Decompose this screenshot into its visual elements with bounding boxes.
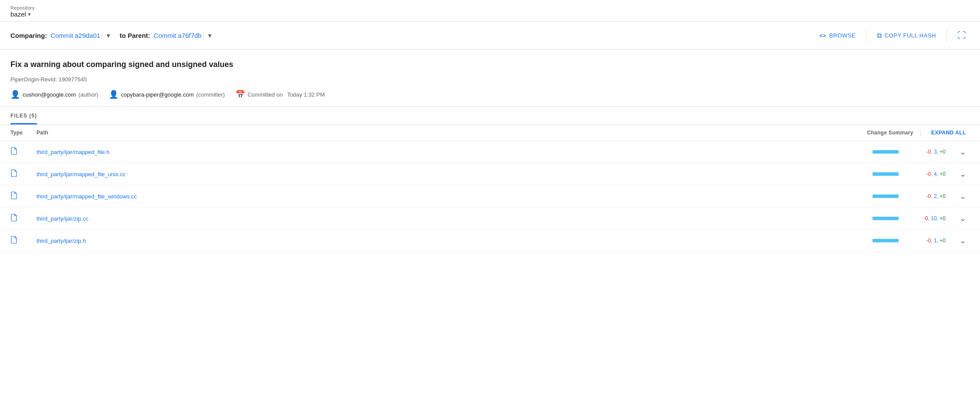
stat-middle: 10, [931, 215, 938, 221]
repo-dropdown-icon[interactable]: ▾ [28, 11, 31, 17]
pipe-divider-2: | [202, 31, 205, 40]
file-rows-container: third_party/ijar/mapped_file.h -0, 3, +0… [0, 141, 980, 252]
commit-authors: 👤 cushon@google.com (author) 👤 copybara-… [10, 90, 970, 99]
committed-date: Today 1:32 PM [287, 91, 325, 98]
committed-label: Committed on [248, 91, 283, 98]
author-item: 👤 cushon@google.com (author) [10, 90, 98, 99]
comparing-label: Comparing: [10, 32, 47, 39]
committer-person-icon: 👤 [109, 90, 118, 99]
author-email: cushon@google.com [23, 91, 76, 98]
commit-to-dropdown[interactable]: ▾ [205, 30, 214, 41]
file-change-summary: -0, 10, +0 ⌄ [873, 212, 970, 225]
table-row: third_party/ijar/zip.h -0, 1, +0 ⌄ [0, 230, 980, 252]
table-row: third_party/ijar/mapped_file_unix.cc -0,… [0, 163, 980, 185]
calendar-icon: 📅 [235, 90, 245, 99]
commit-from-dropdown[interactable]: ▾ [104, 30, 113, 41]
stat-middle: 1, [934, 238, 938, 244]
commit-piper-origin: PiperOrigin-RevId: 190977545 [10, 76, 970, 83]
expand-all-button[interactable]: EXPAND ALL [928, 130, 970, 136]
change-stats: -0, 4, +0 [902, 171, 946, 177]
change-summary-label: Change Summary [867, 130, 913, 136]
col-path-header: Path [37, 130, 867, 136]
row-expand-button[interactable]: ⌄ [956, 234, 970, 247]
change-bar [873, 150, 899, 154]
comparing-bar: Comparing: Commit a29da01 | ▾ to Parent:… [0, 22, 980, 50]
files-section: FILES (5) Type Path Change Summary EXPAN… [0, 107, 980, 252]
commit-info-section: Fix a warning about comparing signed and… [0, 50, 980, 107]
copy-hash-label: COPY FULL HASH [885, 32, 936, 39]
file-type-icon [10, 191, 37, 201]
to-parent-label: to Parent: [120, 32, 150, 39]
stat-minus: -0, [923, 215, 930, 221]
file-type-icon [10, 147, 37, 157]
toolbar-divider-2 [946, 30, 947, 42]
file-type-icon [10, 236, 37, 245]
commit-to-link[interactable]: Commit a76f7db [154, 32, 201, 39]
stat-minus: -0, [926, 238, 933, 244]
col-change-summary-header: Change Summary EXPAND ALL [867, 129, 970, 136]
chevron-down-icon: ⌄ [960, 236, 966, 245]
stat-plus: +0 [940, 238, 946, 244]
col-type-header: Type [10, 130, 37, 136]
stat-middle: 3, [934, 149, 938, 155]
commit-title: Fix a warning about comparing signed and… [10, 60, 970, 69]
repository-bar: Repository bazel ▾ [0, 0, 980, 22]
committer-item: 👤 copybara-piper@google.com (committer) [109, 90, 225, 99]
stat-middle: 4, [934, 171, 938, 177]
table-row: third_party/ijar/zip.cc -0, 10, +0 ⌄ [0, 208, 980, 230]
stat-minus: -0, [926, 149, 933, 155]
row-expand-button[interactable]: ⌄ [956, 168, 970, 181]
stat-plus: +0 [940, 149, 946, 155]
change-bar [873, 172, 899, 176]
files-tabs: FILES (5) [0, 107, 980, 125]
row-expand-button[interactable]: ⌄ [956, 212, 970, 225]
change-bar [873, 194, 899, 198]
stat-plus: +0 [940, 171, 946, 177]
toolbar-right: <> BROWSE ⧉ COPY FULL HASH ⛶ [816, 29, 970, 42]
browse-button[interactable]: <> BROWSE [816, 30, 859, 41]
file-type-icon [10, 169, 37, 179]
row-expand-button[interactable]: ⌄ [956, 145, 970, 158]
change-stats: -0, 3, +0 [902, 149, 946, 155]
change-stats: -0, 10, +0 [902, 215, 946, 221]
file-path-link[interactable]: third_party/ijar/zip.cc [37, 215, 873, 222]
file-path-link[interactable]: third_party/ijar/mapped_file_unix.cc [37, 171, 873, 178]
change-bar [873, 217, 899, 220]
pipe-divider-1: | [101, 31, 103, 40]
files-table-header: Type Path Change Summary EXPAND ALL [0, 125, 980, 141]
copy-hash-button[interactable]: ⧉ COPY FULL HASH [873, 29, 940, 42]
toolbar-divider [866, 30, 866, 42]
file-path-link[interactable]: third_party/ijar/mapped_file_windows.cc [37, 193, 873, 200]
table-row: third_party/ijar/mapped_file.h -0, 3, +0… [0, 141, 980, 163]
change-bar [873, 239, 899, 242]
committer-role: (committer) [196, 91, 225, 98]
file-type-icon [10, 214, 37, 223]
file-path-link[interactable]: third_party/ijar/mapped_file.h [37, 149, 873, 155]
table-row: third_party/ijar/mapped_file_windows.cc … [0, 185, 980, 208]
repo-label: Repository [10, 5, 970, 10]
header-col-divider [920, 129, 921, 136]
stat-middle: 2, [934, 193, 938, 199]
stat-plus: +0 [940, 193, 946, 199]
commit-from-link[interactable]: Commit a29da01 [50, 32, 100, 39]
committed-date-item: 📅 Committed on Today 1:32 PM [235, 90, 325, 99]
author-role: (author) [78, 91, 98, 98]
copy-icon: ⧉ [877, 32, 882, 40]
file-change-summary: -0, 3, +0 ⌄ [873, 145, 970, 158]
browse-icon: <> [819, 32, 827, 39]
chevron-down-icon: ⌄ [960, 192, 966, 201]
repo-selector[interactable]: bazel ▾ [10, 10, 970, 18]
chevron-down-icon: ⌄ [960, 214, 966, 223]
file-change-summary: -0, 4, +0 ⌄ [873, 168, 970, 181]
chevron-down-icon: ⌄ [960, 148, 966, 156]
file-path-link[interactable]: third_party/ijar/zip.h [37, 238, 873, 244]
committer-email: copybara-piper@google.com [121, 91, 194, 98]
stat-plus: +0 [940, 215, 946, 221]
file-change-summary: -0, 1, +0 ⌄ [873, 234, 970, 247]
row-expand-button[interactable]: ⌄ [956, 190, 970, 203]
chevron-down-icon: ⌄ [960, 170, 966, 178]
fullscreen-button[interactable]: ⛶ [954, 29, 970, 42]
files-tab[interactable]: FILES (5) [10, 107, 37, 124]
change-stats: -0, 1, +0 [902, 238, 946, 244]
stat-minus: -0, [926, 193, 933, 199]
